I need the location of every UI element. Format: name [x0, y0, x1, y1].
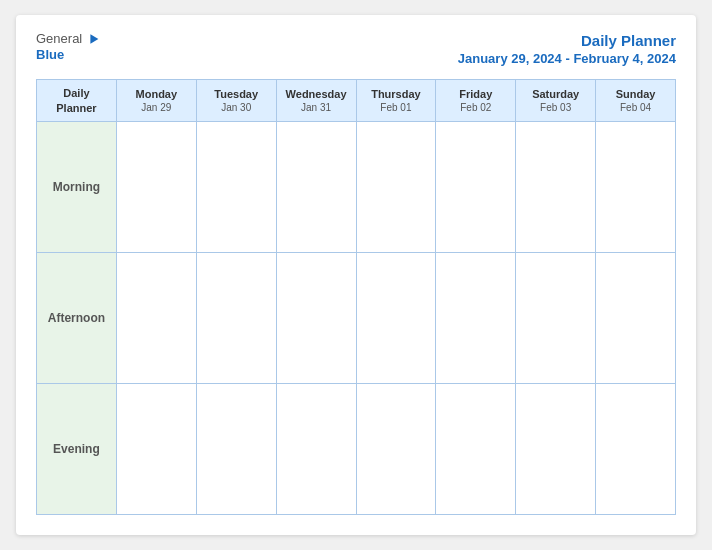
cell-tuesday-afternoon[interactable]: [196, 252, 276, 383]
cell-saturday-morning[interactable]: [516, 121, 596, 252]
cell-saturday-evening[interactable]: [516, 383, 596, 514]
header-sunday: Sunday Feb 04: [596, 80, 676, 122]
header-daily-planner: Daily Planner: [37, 80, 117, 122]
header-wednesday: Wednesday Jan 31: [276, 80, 356, 122]
header-monday: Monday Jan 29: [116, 80, 196, 122]
cell-monday-afternoon[interactable]: [116, 252, 196, 383]
logo-icon: [84, 31, 100, 47]
cell-wednesday-morning[interactable]: [276, 121, 356, 252]
cell-wednesday-evening[interactable]: [276, 383, 356, 514]
header-tuesday: Tuesday Jan 30: [196, 80, 276, 122]
svg-marker-0: [91, 34, 99, 44]
planner-date-range: January 29, 2024 - February 4, 2024: [458, 51, 676, 68]
logo-area: General Blue: [36, 31, 100, 63]
cell-monday-evening[interactable]: [116, 383, 196, 514]
cell-friday-evening[interactable]: [436, 383, 516, 514]
label-afternoon: Afternoon: [37, 252, 117, 383]
label-evening: Evening: [37, 383, 117, 514]
cell-thursday-evening[interactable]: [356, 383, 436, 514]
cell-thursday-morning[interactable]: [356, 121, 436, 252]
table-header-row: Daily Planner Monday Jan 29 Tuesday Jan …: [37, 80, 676, 122]
cell-tuesday-morning[interactable]: [196, 121, 276, 252]
cell-monday-morning[interactable]: [116, 121, 196, 252]
cell-tuesday-evening[interactable]: [196, 383, 276, 514]
title-area: Daily Planner January 29, 2024 - Februar…: [458, 31, 676, 67]
row-evening: Evening: [37, 383, 676, 514]
header-friday: Friday Feb 02: [436, 80, 516, 122]
planner-title: Daily Planner: [458, 31, 676, 51]
row-morning: Morning: [37, 121, 676, 252]
cell-sunday-morning[interactable]: [596, 121, 676, 252]
cell-friday-afternoon[interactable]: [436, 252, 516, 383]
cell-saturday-afternoon[interactable]: [516, 252, 596, 383]
page-container: General Blue Daily Planner January 29, 2…: [16, 15, 696, 535]
header: General Blue Daily Planner January 29, 2…: [36, 31, 676, 67]
header-saturday: Saturday Feb 03: [516, 80, 596, 122]
cell-sunday-afternoon[interactable]: [596, 252, 676, 383]
cell-sunday-evening[interactable]: [596, 383, 676, 514]
logo-general: General: [36, 31, 82, 47]
cell-thursday-afternoon[interactable]: [356, 252, 436, 383]
label-morning: Morning: [37, 121, 117, 252]
calendar-table: Daily Planner Monday Jan 29 Tuesday Jan …: [36, 79, 676, 515]
cell-wednesday-afternoon[interactable]: [276, 252, 356, 383]
header-thursday: Thursday Feb 01: [356, 80, 436, 122]
cell-friday-morning[interactable]: [436, 121, 516, 252]
logo-blue: Blue: [36, 47, 64, 63]
row-afternoon: Afternoon: [37, 252, 676, 383]
